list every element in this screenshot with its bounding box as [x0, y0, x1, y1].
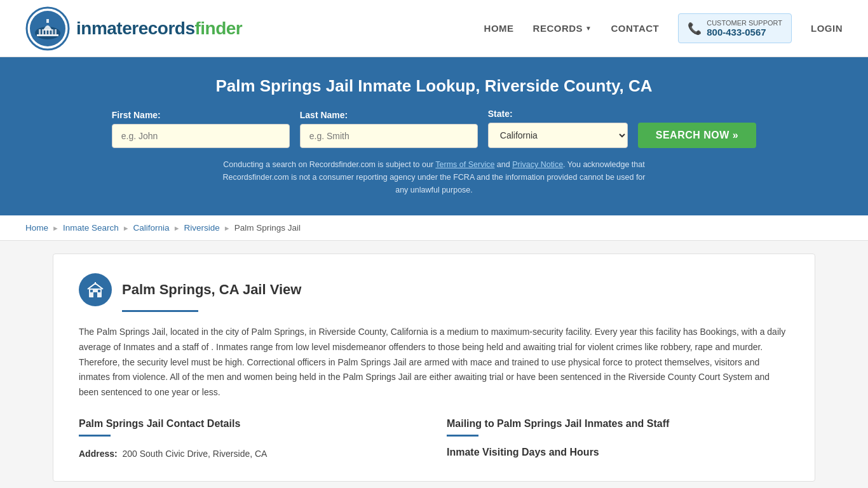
nav-contact[interactable]: CONTACT: [611, 23, 660, 34]
nav-home[interactable]: HOME: [484, 23, 514, 34]
customer-support-button[interactable]: 📞 CUSTOMER SUPPORT 800-433-0567: [678, 13, 792, 43]
search-button[interactable]: SEARCH NOW »: [638, 123, 756, 148]
page-header: inmaterecordsfinder HOME RECORDS ▼ CONTA…: [0, 0, 868, 57]
breadcrumb: Home ► Inmate Search ► California ► Rive…: [0, 215, 868, 241]
svg-rect-5: [39, 29, 41, 34]
phone-icon: 📞: [688, 22, 702, 36]
svg-rect-7: [45, 29, 47, 34]
visiting-title: Inmate Visiting Days and Hours: [447, 447, 789, 458]
jail-header: Palm Springs, CA Jail View: [79, 273, 789, 306]
logo-icon: [25, 6, 70, 51]
breadcrumb-home[interactable]: Home: [25, 223, 48, 233]
svg-rect-13: [93, 292, 97, 297]
chevron-down-icon: ▼: [585, 25, 592, 32]
svg-rect-11: [37, 34, 58, 36]
jail-view-title: Palm Springs, CA Jail View: [122, 281, 301, 298]
two-col-section: Palm Springs Jail Contact Details Addres…: [79, 418, 789, 462]
address-label: Address:: [79, 449, 118, 459]
nav-records[interactable]: RECORDS ▼: [533, 23, 592, 34]
jail-description: The Palm Springs Jail, located in the ci…: [79, 325, 789, 400]
first-name-group: First Name:: [112, 110, 290, 148]
breadcrumb-riverside[interactable]: Riverside: [184, 223, 220, 233]
privacy-link[interactable]: Privacy Notice: [512, 160, 563, 169]
login-button[interactable]: LOGIN: [811, 23, 843, 34]
breadcrumb-sep-4: ►: [224, 224, 231, 232]
support-number: 800-433-0567: [707, 27, 782, 37]
svg-rect-4: [46, 19, 49, 23]
support-info: CUSTOMER SUPPORT 800-433-0567: [707, 19, 782, 37]
mailing-section: Mailing to Palm Springs Jail Inmates and…: [447, 418, 789, 462]
svg-rect-8: [48, 29, 50, 34]
first-name-label: First Name:: [112, 110, 161, 120]
support-label: CUSTOMER SUPPORT: [707, 19, 782, 27]
title-underline: [122, 310, 198, 312]
state-label: State:: [488, 109, 513, 119]
svg-rect-16: [95, 282, 96, 285]
last-name-input[interactable]: [300, 124, 478, 148]
last-name-label: Last Name:: [300, 110, 348, 120]
mailing-section-title: Mailing to Palm Springs Jail Inmates and…: [447, 418, 789, 430]
svg-rect-9: [51, 29, 53, 34]
contact-section-title: Palm Springs Jail Contact Details: [79, 418, 421, 430]
jail-icon: [79, 273, 112, 306]
svg-rect-15: [98, 290, 100, 292]
state-group: State: California Alabama Alaska Arizona…: [488, 109, 628, 148]
main-nav: HOME RECORDS ▼ CONTACT 📞 CUSTOMER SUPPOR…: [484, 13, 843, 43]
breadcrumb-current: Palm Springs Jail: [234, 223, 301, 233]
state-select[interactable]: California Alabama Alaska Arizona Arkans…: [488, 123, 628, 148]
page-title: Palm Springs Jail Inmate Lookup, Riversi…: [25, 76, 843, 96]
address-value: 200 South Civic Drive, Riverside, CA: [122, 449, 267, 459]
breadcrumb-california[interactable]: California: [133, 223, 170, 233]
contact-section: Palm Springs Jail Contact Details Addres…: [79, 418, 421, 462]
logo-text: inmaterecordsfinder: [76, 18, 242, 39]
hero-section: Palm Springs Jail Inmate Lookup, Riversi…: [0, 57, 868, 215]
svg-rect-6: [42, 29, 44, 34]
svg-rect-10: [55, 29, 57, 34]
breadcrumb-sep-3: ►: [173, 224, 180, 232]
main-content: Palm Springs, CA Jail View The Palm Spri…: [53, 254, 815, 482]
logo-area: inmaterecordsfinder: [25, 6, 242, 51]
last-name-group: Last Name:: [300, 110, 478, 148]
search-form: First Name: Last Name: State: California…: [25, 109, 843, 148]
address-line: Address: 200 South Civic Drive, Riversid…: [79, 447, 421, 462]
breadcrumb-inmate-search[interactable]: Inmate Search: [63, 223, 119, 233]
svg-rect-14: [90, 290, 93, 292]
mailing-underline: [447, 435, 478, 437]
breadcrumb-sep-1: ►: [52, 224, 59, 232]
terms-link[interactable]: Terms of Service: [435, 160, 494, 169]
contact-underline: [79, 435, 111, 437]
breadcrumb-sep-2: ►: [123, 224, 130, 232]
disclaimer-text: Conducting a search on Recordsfinder.com…: [218, 158, 650, 196]
first-name-input[interactable]: [112, 124, 290, 148]
